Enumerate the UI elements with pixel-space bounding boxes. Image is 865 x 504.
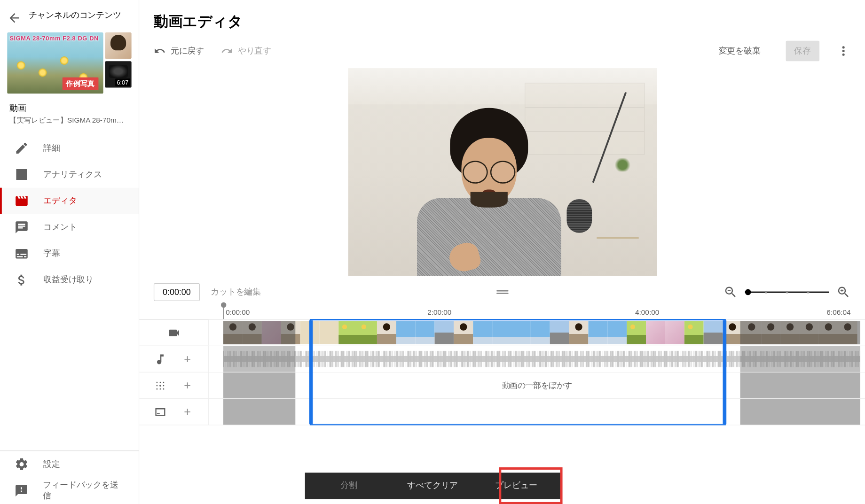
split-button[interactable]: 分割 (307, 473, 391, 499)
analytics-icon (15, 167, 29, 182)
video-label: 動画 (0, 98, 139, 115)
video-thumbnail-block: SIGMA 28-70mm F2.8 DG DN 作例写真 6:07 (0, 30, 139, 99)
video-thumbnail[interactable]: SIGMA 28-70mm F2.8 DG DN 作例写真 (7, 32, 103, 93)
svg-point-4 (159, 385, 161, 387)
ruler-tick: 4:00:00 (635, 308, 659, 317)
thumb-top-text: SIGMA 28-70mm F2.8 DG DN (9, 35, 98, 41)
bottom-action-bar: 分割 すべてクリア プレビュー (305, 473, 560, 499)
endscreen-icon (154, 405, 167, 419)
dollar-icon (15, 273, 29, 287)
more-options-icon[interactable] (836, 44, 851, 58)
sidebar-item-label: 詳細 (43, 143, 60, 154)
svg-point-7 (159, 388, 161, 389)
ruler-tick: 2:00:00 (427, 308, 451, 317)
sidebar-item-settings[interactable]: 設定 (0, 451, 139, 477)
svg-point-0 (156, 381, 157, 383)
current-time[interactable]: 0:00:00 (154, 283, 200, 301)
undo-button[interactable]: 元に戻す (154, 45, 204, 57)
zoom-out-icon[interactable] (723, 285, 738, 300)
svg-point-8 (163, 388, 164, 389)
sidebar-item-label: フィードバックを送信 (43, 480, 124, 502)
trim-selection[interactable] (310, 319, 726, 425)
add-endscreen-button[interactable]: + (181, 405, 194, 419)
video-icon (167, 326, 181, 339)
pencil-icon (15, 141, 29, 155)
timeline-ruler[interactable]: 0:00:00 2:00:00 4:00:00 6:06:04 (139, 306, 865, 319)
redo-button[interactable]: やり直す (221, 45, 271, 57)
zoom-in-icon[interactable] (836, 285, 851, 300)
undo-label: 元に戻す (171, 46, 204, 56)
comment-icon (15, 220, 29, 235)
highlight-annotation (499, 467, 563, 504)
gear-icon (15, 457, 29, 472)
ruler-tick: 6:06:04 (826, 308, 850, 317)
thumb-avatar (105, 32, 131, 59)
sidebar-item-label: エディタ (43, 195, 77, 206)
preview-button[interactable]: プレビュー (474, 473, 558, 499)
ruler-tick: 0:00:00 (226, 308, 250, 317)
video-title: 【実写レビュー】SIGMA 28-70mm ... (0, 115, 139, 132)
thumb-product: 6:07 (105, 61, 131, 87)
back-arrow-icon[interactable] (7, 11, 22, 25)
sidebar-footer: 設定 フィードバックを送信 (0, 450, 139, 504)
music-icon (154, 352, 167, 365)
add-blur-button[interactable]: + (181, 379, 194, 392)
svg-point-6 (156, 388, 157, 389)
sidebar: チャンネルのコンテンツ SIGMA 28-70mm F2.8 DG DN 作例写… (0, 0, 139, 504)
svg-point-2 (163, 381, 164, 383)
edit-cut-label: カットを編集 (211, 287, 261, 297)
trim-handle-left[interactable] (309, 320, 313, 424)
svg-point-5 (163, 385, 164, 386)
feedback-icon (15, 483, 29, 498)
undo-icon (154, 45, 166, 57)
drag-handle-icon[interactable] (496, 290, 508, 295)
svg-point-1 (159, 381, 161, 383)
duration-badge: 6:07 (115, 78, 131, 86)
editor-icon (15, 194, 29, 208)
sidebar-item-feedback[interactable]: フィードバックを送信 (0, 477, 139, 504)
sidebar-item-label: 収益受け取り (43, 275, 94, 286)
sidebar-nav: 詳細 アナリティクス エディタ コメント 字幕 収益受け取り (0, 132, 139, 450)
timeline-controls: 0:00:00 カットを編集 (139, 279, 865, 306)
save-button[interactable]: 保存 (786, 41, 820, 61)
discard-button[interactable]: 変更を破棄 (710, 41, 769, 61)
video-preview[interactable] (348, 69, 656, 276)
sidebar-item-analytics[interactable]: アナリティクス (0, 162, 139, 188)
sidebar-item-editor[interactable]: エディタ (0, 188, 139, 214)
blur-icon (154, 379, 167, 392)
subtitles-icon (15, 247, 29, 261)
sidebar-item-comments[interactable]: コメント (0, 214, 139, 240)
zoom-slider[interactable] (745, 292, 829, 293)
trim-handle-right[interactable] (723, 320, 727, 424)
sidebar-item-label: アナリティクス (43, 169, 102, 180)
sidebar-item-label: 設定 (43, 459, 60, 470)
main-content: 動画エディタ 元に戻す やり直す 変更を破棄 保存 (139, 0, 865, 504)
sidebar-title: チャンネルのコンテンツ (29, 9, 121, 20)
sidebar-item-label: 字幕 (43, 248, 60, 259)
clear-all-button[interactable]: すべてクリア (391, 473, 474, 499)
thumb-badge: 作例写真 (63, 78, 99, 90)
playhead[interactable] (223, 306, 224, 319)
sidebar-item-details[interactable]: 詳細 (0, 135, 139, 161)
sidebar-item-subtitles[interactable]: 字幕 (0, 240, 139, 267)
redo-label: やり直す (238, 46, 272, 56)
sidebar-item-monetization[interactable]: 収益受け取り (0, 267, 139, 293)
redo-icon (221, 45, 233, 57)
svg-point-3 (156, 385, 157, 386)
page-title: 動画エディタ (154, 12, 851, 31)
sidebar-item-label: コメント (43, 222, 77, 233)
toolbar: 元に戻す やり直す 変更を破棄 保存 (139, 35, 865, 69)
add-audio-button[interactable]: + (181, 352, 194, 365)
